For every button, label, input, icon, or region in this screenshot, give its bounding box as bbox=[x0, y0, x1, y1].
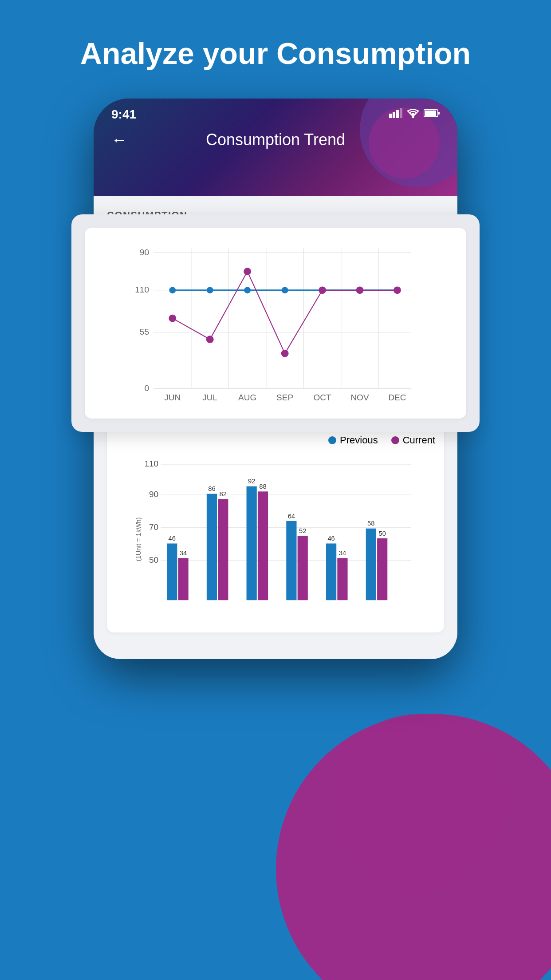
bar-oct-curr bbox=[337, 558, 347, 600]
prev-dot-jun bbox=[169, 287, 176, 293]
legend-current-label: Current bbox=[403, 435, 435, 446]
curr-dot-oct bbox=[319, 286, 326, 294]
bar-sep-curr bbox=[298, 536, 308, 600]
bg-circle-small bbox=[329, 714, 507, 891]
y-label-110: 110 bbox=[135, 285, 149, 294]
chart-legend: Previous Current bbox=[116, 435, 435, 446]
curr-dot-nov bbox=[356, 286, 364, 294]
bar-oct-prev-val: 46 bbox=[327, 535, 335, 542]
trend-chart-card: 90 110 55 0 bbox=[71, 214, 480, 432]
bar-sep-curr-val: 52 bbox=[299, 527, 306, 534]
curr-dot-dec bbox=[394, 286, 401, 294]
prev-dot-sep bbox=[282, 287, 288, 293]
bar-aug-curr-val: 88 bbox=[259, 483, 266, 490]
bar-oct-curr-val: 34 bbox=[339, 549, 346, 556]
bar-chart-svg: 110 90 70 50 bbox=[116, 455, 435, 624]
prev-dot-jul bbox=[207, 287, 213, 293]
legend-previous-label: Previous bbox=[340, 435, 378, 446]
phone-container: 9:41 bbox=[0, 99, 551, 659]
bar-dec-prev bbox=[366, 528, 376, 600]
svg-rect-2 bbox=[396, 110, 399, 118]
signal-icon bbox=[389, 108, 402, 121]
phone-header: 9:41 bbox=[94, 99, 457, 196]
bar-dec-curr bbox=[377, 538, 387, 600]
y-label-90: 90 bbox=[140, 247, 149, 257]
navigation-bar: ← Consumption Trend bbox=[94, 126, 457, 158]
bar-jul-prev bbox=[207, 494, 217, 600]
bar-aug-curr bbox=[258, 491, 268, 600]
wifi-icon bbox=[407, 108, 419, 121]
x-label-oct: OCT bbox=[314, 392, 332, 402]
legend-dot-current bbox=[391, 436, 399, 444]
status-bar: 9:41 bbox=[94, 99, 457, 126]
legend-current: Current bbox=[391, 435, 435, 446]
x-label-sep: SEP bbox=[276, 392, 293, 402]
bar-sep-prev bbox=[286, 521, 296, 600]
y-label-55: 55 bbox=[140, 327, 149, 336]
legend-dot-previous bbox=[328, 436, 336, 444]
curr-dot-jul bbox=[206, 336, 214, 343]
bar-jul-prev-val: 86 bbox=[208, 485, 215, 492]
bar-jun-curr bbox=[178, 558, 188, 600]
back-button[interactable]: ← bbox=[111, 130, 127, 149]
curr-dot-aug bbox=[244, 268, 251, 275]
svg-rect-0 bbox=[389, 114, 392, 118]
bar-y-110: 110 bbox=[144, 459, 158, 468]
status-icons bbox=[389, 108, 440, 121]
phone-bottom bbox=[94, 632, 457, 659]
prev-dot-aug bbox=[244, 287, 251, 293]
x-label-jun: JUN bbox=[164, 392, 181, 402]
x-label-jul: JUL bbox=[202, 392, 217, 402]
phone-content: CONSUMPTION 90 110 55 0 bbox=[94, 196, 457, 632]
bar-jul-curr-val: 82 bbox=[220, 490, 227, 497]
bar-chart: 110 90 70 50 bbox=[116, 455, 435, 624]
line-chart-svg: 90 110 55 0 bbox=[94, 241, 457, 410]
legend-previous: Previous bbox=[328, 435, 378, 446]
bar-sep-prev-val: 64 bbox=[288, 512, 295, 519]
bar-jun-prev bbox=[167, 543, 177, 600]
screen-title: Consumption Trend bbox=[136, 130, 440, 149]
comparison-card: Previous Current 110 90 70 bbox=[107, 426, 444, 632]
bar-jun-prev-val: 46 bbox=[169, 535, 176, 542]
bar-aug-prev bbox=[247, 486, 257, 600]
svg-rect-7 bbox=[425, 111, 436, 116]
bar-oct-prev bbox=[326, 543, 336, 600]
curr-dot-jun bbox=[169, 314, 176, 322]
x-label-aug: AUG bbox=[238, 392, 256, 402]
phone-mockup: 9:41 bbox=[94, 99, 457, 659]
y-axis-unit: (1Unit = 1kWh) bbox=[135, 517, 142, 561]
page-title: Analyze your Consumption bbox=[0, 0, 551, 99]
y-label-0: 0 bbox=[144, 383, 149, 392]
battery-icon bbox=[424, 109, 440, 120]
bar-aug-prev-val: 92 bbox=[248, 478, 255, 485]
svg-point-4 bbox=[412, 116, 414, 118]
bar-y-70: 70 bbox=[149, 522, 158, 531]
svg-rect-1 bbox=[393, 112, 395, 118]
bar-dec-prev-val: 58 bbox=[367, 520, 374, 527]
status-time: 9:41 bbox=[111, 107, 136, 122]
line-chart: 90 110 55 0 bbox=[94, 241, 457, 410]
bar-y-50: 50 bbox=[149, 555, 158, 564]
svg-rect-3 bbox=[400, 108, 402, 118]
bar-y-90: 90 bbox=[149, 490, 158, 499]
x-label-dec: DEC bbox=[388, 392, 406, 402]
bar-jul-curr bbox=[218, 499, 228, 600]
svg-rect-6 bbox=[438, 112, 440, 115]
bar-jun-curr-val: 34 bbox=[180, 549, 187, 556]
current-line bbox=[173, 271, 398, 353]
trend-chart-inner: 90 110 55 0 bbox=[85, 228, 466, 419]
comparison-section: CONSUMPTION COMPARISON Previous Current bbox=[107, 407, 444, 632]
bar-dec-curr-val: 50 bbox=[378, 530, 386, 537]
x-label-nov: NOV bbox=[350, 392, 369, 402]
curr-dot-sep bbox=[281, 349, 289, 357]
